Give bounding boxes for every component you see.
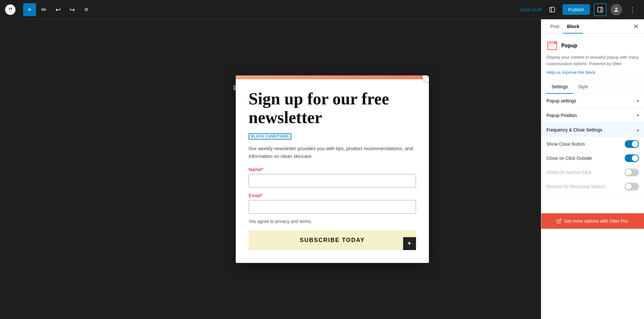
popup-position-label: Popup Position bbox=[546, 113, 577, 118]
add-block-button[interactable]: + bbox=[23, 3, 36, 16]
block-description: Display your content in beautiful popup … bbox=[546, 54, 639, 67]
svg-text:W: W bbox=[8, 7, 13, 13]
block-info: ↗ Popup Display your content in beautifu… bbox=[541, 34, 644, 80]
sidebar-top-tabs: Post Block ✕ bbox=[541, 19, 644, 34]
dismiss-recurring-label: Dismiss for Recurring Visitors bbox=[546, 184, 605, 189]
show-close-button-toggle[interactable] bbox=[625, 140, 639, 148]
email-label: Email* bbox=[249, 193, 416, 198]
subscribe-button[interactable]: SUBSCRIBE TODAY + bbox=[249, 230, 416, 250]
avatar[interactable] bbox=[611, 4, 622, 15]
show-close-button-label: Show Close Button bbox=[546, 141, 585, 147]
popup-header bbox=[236, 75, 429, 79]
plus-icon: + bbox=[403, 237, 416, 250]
publish-button[interactable]: Publish bbox=[563, 4, 590, 15]
dismiss-recurring-row: Dismiss for Recurring Visitors bbox=[541, 179, 644, 194]
popup-title: Sign up for our free newsletter bbox=[249, 90, 416, 126]
undo-button[interactable]: ↩ bbox=[52, 3, 64, 16]
close-on-click-outside-label: Close on Click Outside bbox=[546, 156, 592, 161]
popup-position-accordion[interactable]: Popup Position ▾ bbox=[541, 108, 644, 122]
svg-rect-4 bbox=[598, 7, 603, 12]
frequency-close-section: Frequency & Close Settings ▴ Show Close … bbox=[541, 123, 644, 194]
pen-tool-button[interactable]: ✏ bbox=[37, 3, 50, 16]
improve-block-link[interactable]: Help us improve this block bbox=[546, 70, 639, 75]
wp-logo: W bbox=[0, 0, 21, 19]
email-input[interactable] bbox=[249, 200, 416, 214]
block-title: Popup bbox=[561, 43, 577, 49]
settings-style-tabs: Settings Style bbox=[541, 80, 644, 94]
tab-style[interactable]: Style bbox=[573, 80, 593, 94]
email-field-group: Email* bbox=[249, 193, 416, 214]
block-conditions-badge[interactable]: BLOCK CONDITIONS bbox=[249, 133, 291, 140]
sidebar-close-button[interactable]: ✕ bbox=[633, 19, 639, 33]
tab-post[interactable]: Post bbox=[546, 19, 563, 34]
options-menu-button[interactable]: ⋮ bbox=[626, 3, 639, 16]
name-label: Name* bbox=[249, 167, 416, 172]
toolbar-right: Save draft Publish ⋮ bbox=[520, 3, 644, 16]
frequency-close-accordion[interactable]: Frequency & Close Settings ▴ bbox=[541, 123, 644, 137]
name-field-group: Name* bbox=[249, 167, 416, 188]
toolbar: W + ✏ ↩ ↪ ≡ Save draft Publish ⋮ bbox=[0, 0, 644, 19]
tab-block[interactable]: Block bbox=[563, 19, 583, 34]
popup-settings-label: Popup settings bbox=[546, 98, 576, 103]
chevron-down-icon-2: ▾ bbox=[637, 113, 639, 118]
frequency-close-label: Frequency & Close Settings bbox=[546, 127, 602, 132]
popup-container: ⋮ Sign up for our free newsletter BLOCK … bbox=[139, 32, 526, 306]
svg-rect-2 bbox=[550, 7, 554, 12]
popup-block-icon: ↗ bbox=[546, 40, 558, 52]
chevron-up-icon: ▴ bbox=[637, 128, 639, 132]
tab-settings[interactable]: Settings bbox=[546, 80, 573, 94]
show-close-button-row: Show Close Button bbox=[541, 137, 644, 151]
popup-settings-accordion[interactable]: Popup settings ▾ bbox=[541, 94, 644, 108]
popup-settings-section: Popup settings ▾ bbox=[541, 94, 644, 108]
sidebar: Post Block ✕ ↗ Popup Display your conten… bbox=[541, 19, 644, 319]
close-on-click-outside-toggle[interactable] bbox=[625, 154, 639, 162]
popup-modal: Sign up for our free newsletter BLOCK CO… bbox=[236, 75, 429, 263]
toolbar-left: + ✏ ↩ ↪ ≡ bbox=[21, 3, 95, 16]
close-on-anchor-click-row: Close On Anchor Click bbox=[541, 165, 644, 179]
list-view-button[interactable]: ≡ bbox=[80, 3, 93, 16]
settings-view-button[interactable] bbox=[594, 3, 607, 16]
svg-text:↗: ↗ bbox=[555, 41, 557, 44]
close-on-anchor-click-label: Close On Anchor Click bbox=[546, 170, 592, 175]
close-on-anchor-click-toggle[interactable] bbox=[625, 169, 639, 176]
popup-body: Sign up for our free newsletter BLOCK CO… bbox=[236, 79, 429, 263]
block-info-header: ↗ Popup bbox=[546, 40, 639, 52]
close-on-click-outside-row: Close on Click Outside bbox=[541, 151, 644, 165]
popup-position-section: Popup Position ▾ bbox=[541, 108, 644, 123]
svg-line-14 bbox=[559, 219, 561, 221]
chevron-down-icon: ▾ bbox=[637, 99, 639, 103]
preview-button[interactable] bbox=[546, 3, 559, 16]
otter-pro-label: Get more options with Otter Pro. bbox=[564, 218, 629, 224]
redo-button[interactable]: ↪ bbox=[66, 3, 79, 16]
privacy-text: You agree to privacy and terms. bbox=[249, 219, 416, 224]
name-input[interactable] bbox=[249, 174, 416, 188]
save-draft-button[interactable]: Save draft bbox=[520, 7, 542, 12]
dismiss-recurring-toggle[interactable] bbox=[625, 183, 639, 190]
otter-pro-button[interactable]: Get more options with Otter Pro. bbox=[541, 213, 644, 229]
popup-description: Our weekly newsletter provides you with … bbox=[249, 145, 416, 160]
svg-point-6 bbox=[615, 7, 618, 10]
